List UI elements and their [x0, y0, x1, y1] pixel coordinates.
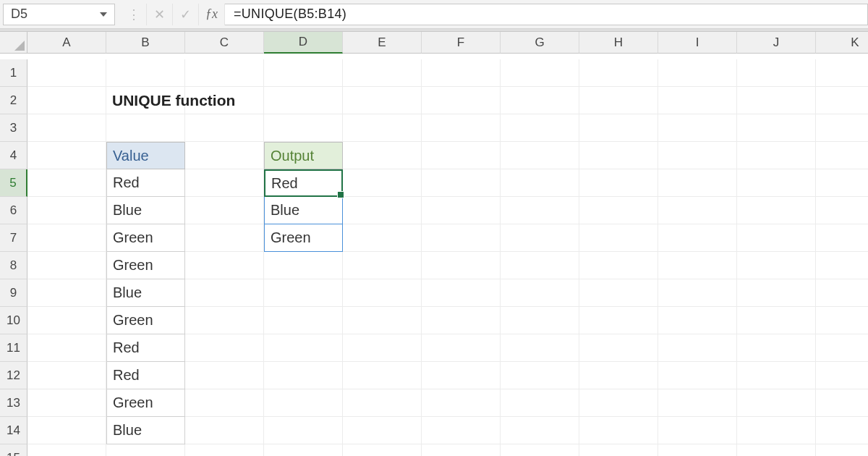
cell[interactable] [501, 197, 579, 224]
cell[interactable] [264, 417, 343, 444]
cell[interactable]: Blue [264, 197, 343, 224]
cell[interactable] [658, 252, 737, 279]
cell[interactable]: Output [264, 142, 343, 169]
cell[interactable] [658, 114, 737, 142]
cell[interactable] [422, 307, 501, 334]
row-header[interactable]: 6 [0, 197, 27, 224]
cell[interactable] [816, 142, 868, 169]
cell[interactable] [816, 279, 868, 307]
column-header[interactable]: I [658, 32, 737, 54]
cell[interactable] [27, 444, 106, 456]
cell[interactable] [185, 197, 264, 224]
cell[interactable] [737, 114, 816, 142]
cell[interactable] [27, 279, 106, 307]
cell[interactable]: Red [106, 169, 185, 197]
cell[interactable] [27, 224, 106, 252]
cell[interactable]: Red [106, 334, 185, 362]
cell[interactable] [422, 197, 501, 224]
select-all-corner[interactable] [0, 32, 27, 54]
cell[interactable] [343, 417, 422, 444]
cell[interactable] [501, 417, 579, 444]
column-header[interactable]: F [422, 32, 501, 54]
cell[interactable] [737, 279, 816, 307]
cell[interactable] [816, 59, 868, 87]
cell[interactable] [185, 59, 264, 87]
cell[interactable] [422, 279, 501, 307]
cell[interactable] [422, 252, 501, 279]
cell[interactable] [816, 252, 868, 279]
cell[interactable] [579, 224, 658, 252]
row-header[interactable]: 11 [0, 334, 27, 362]
cell[interactable] [501, 59, 579, 87]
cell[interactable]: Green [106, 224, 185, 252]
cell[interactable] [27, 362, 106, 389]
row-header[interactable]: 7 [0, 224, 27, 252]
fx-icon[interactable]: ƒx [199, 4, 225, 25]
cell[interactable] [816, 417, 868, 444]
cell[interactable] [658, 279, 737, 307]
column-header[interactable]: K [816, 32, 868, 54]
row-header[interactable]: 14 [0, 417, 27, 444]
cell[interactable] [816, 224, 868, 252]
cell[interactable] [658, 362, 737, 389]
cell[interactable] [106, 114, 185, 142]
cell[interactable] [422, 224, 501, 252]
cell[interactable]: Green [106, 389, 185, 417]
cell[interactable] [501, 444, 579, 456]
cell[interactable] [737, 87, 816, 114]
cell[interactable] [501, 169, 579, 197]
cell[interactable] [737, 224, 816, 252]
cell[interactable] [579, 362, 658, 389]
cell[interactable]: Red [106, 362, 185, 389]
column-header[interactable]: E [343, 32, 422, 54]
cell[interactable] [501, 279, 579, 307]
cell[interactable] [579, 444, 658, 456]
cell[interactable] [343, 334, 422, 362]
column-header[interactable]: J [737, 32, 816, 54]
row-header[interactable]: 2 [0, 87, 27, 114]
row-header[interactable]: 8 [0, 252, 27, 279]
cell[interactable] [185, 444, 264, 456]
cell[interactable]: Value [106, 142, 185, 169]
cell[interactable] [579, 142, 658, 169]
cell[interactable] [816, 307, 868, 334]
row-header[interactable]: 12 [0, 362, 27, 389]
cell[interactable] [264, 307, 343, 334]
cell[interactable] [27, 142, 106, 169]
cell[interactable]: UNIQUE function [106, 87, 185, 114]
row-header[interactable]: 3 [0, 114, 27, 142]
cell[interactable] [27, 114, 106, 142]
cell[interactable] [185, 279, 264, 307]
cell[interactable] [27, 389, 106, 417]
row-header[interactable]: 1 [0, 59, 27, 87]
cell[interactable] [27, 197, 106, 224]
column-header[interactable]: G [501, 32, 579, 54]
cell[interactable] [579, 87, 658, 114]
cell[interactable] [422, 169, 501, 197]
cell[interactable]: Blue [106, 279, 185, 307]
cell[interactable] [501, 114, 579, 142]
cell[interactable] [579, 114, 658, 142]
column-header[interactable]: C [185, 32, 264, 54]
cell[interactable] [501, 334, 579, 362]
row-header[interactable]: 9 [0, 279, 27, 307]
cell[interactable] [816, 114, 868, 142]
cell[interactable] [185, 169, 264, 197]
column-header[interactable]: A [27, 32, 106, 54]
cell[interactable]: Red [264, 169, 343, 197]
cell[interactable] [501, 307, 579, 334]
cell[interactable] [343, 59, 422, 87]
cell[interactable] [264, 59, 343, 87]
cell[interactable] [816, 334, 868, 362]
cell[interactable] [737, 307, 816, 334]
cell[interactable] [658, 444, 737, 456]
cell[interactable]: Green [106, 307, 185, 334]
column-header[interactable]: D [264, 32, 343, 54]
cell[interactable] [185, 224, 264, 252]
cell[interactable] [343, 252, 422, 279]
cell[interactable] [422, 389, 501, 417]
cell[interactable] [185, 389, 264, 417]
cell[interactable] [816, 197, 868, 224]
cell[interactable] [27, 334, 106, 362]
cell[interactable] [343, 307, 422, 334]
